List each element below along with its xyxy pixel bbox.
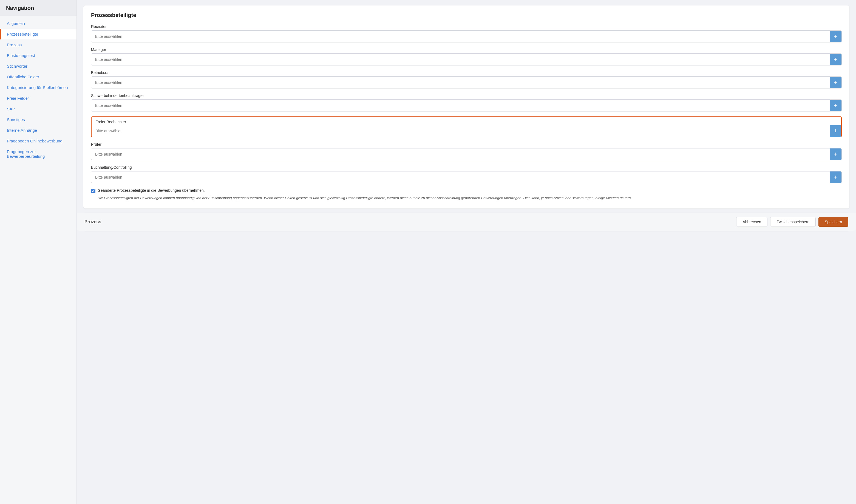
sidebar-item-allgemein[interactable]: Allgemein <box>0 18 76 29</box>
field-input-betriebsrat[interactable] <box>91 77 830 87</box>
field-add-btn-betriebsrat[interactable]: + <box>830 77 841 88</box>
field-input-buchhaltung-controlling[interactable] <box>91 172 830 182</box>
checkbox-label[interactable]: Geänderte Prozessbeteiligte in die Bewer… <box>98 188 205 193</box>
field-add-btn-recruiter[interactable]: + <box>830 31 841 42</box>
field-input-manager[interactable] <box>91 54 830 65</box>
sidebar-title: Navigation <box>0 0 76 16</box>
checkbox-row: Geänderte Prozessbeteiligte in die Bewer… <box>91 188 842 193</box>
field-row-recruiter: + <box>91 31 842 42</box>
bottom-bar-title: Prozess <box>84 219 101 224</box>
sidebar-item-stichwoerter[interactable]: Stichwörter <box>0 61 76 72</box>
sidebar-item-sonstiges[interactable]: Sonstiges <box>0 114 76 125</box>
field-add-btn-buchhaltung-controlling[interactable]: + <box>830 172 841 183</box>
field-label-manager: Manager <box>91 48 842 52</box>
bottom-bar-actions: Abbrechen Zwischenspeichern Speichern <box>736 217 848 227</box>
checkbox-description: Die Prozessbeteiligten der Bewerbungen k… <box>98 195 842 201</box>
sidebar-nav: AllgemeinProzessbeteiligteProzessEinstuf… <box>0 16 76 164</box>
sidebar-item-einstufungstest[interactable]: Einstufungstest <box>0 50 76 61</box>
field-row-pruefer: + <box>91 148 842 160</box>
field-group-recruiter: Recruiter+ <box>91 24 842 42</box>
field-label-freier-beobachter: Freier Beobachter <box>91 117 841 125</box>
sidebar-item-interne-anhaenge[interactable]: Interne Anhänge <box>0 125 76 136</box>
field-input-pruefer[interactable] <box>91 149 830 159</box>
checkbox-section: Geänderte Prozessbeteiligte in die Bewer… <box>91 188 842 201</box>
zwischenspeichern-button[interactable]: Zwischenspeichern <box>770 217 816 227</box>
sidebar-item-freie-felder[interactable]: Freie Felder <box>0 93 76 104</box>
sidebar-item-fragebogen-onlinebewerbung[interactable]: Fragebogen Onlinebewerbung <box>0 136 76 146</box>
field-add-btn-manager[interactable]: + <box>830 54 841 65</box>
field-input-recruiter[interactable] <box>91 32 830 41</box>
field-group-schwerbehindertenbeauftragte: Schwerbehindertenbeauftragte+ <box>91 93 842 111</box>
field-input-schwerbehindertenbeauftragte[interactable] <box>91 101 830 110</box>
field-group-buchhaltung-controlling: Buchhaltung/Controlling+ <box>91 165 842 183</box>
sidebar-item-sap[interactable]: SAP <box>0 104 76 114</box>
bottom-bar-card: Prozess Abbrechen Zwischenspeichern Spei… <box>83 213 850 231</box>
field-row-buchhaltung-controlling: + <box>91 171 842 183</box>
save-button[interactable]: Speichern <box>819 217 848 227</box>
field-label-betriebsrat: Betriebsrat <box>91 70 842 75</box>
fields-container: Recruiter+Manager+Betriebsrat+Schwerbehi… <box>91 24 842 183</box>
sidebar: Navigation AllgemeinProzessbeteiligtePro… <box>0 0 77 504</box>
card-title: Prozessbeteiligte <box>91 12 842 18</box>
field-label-schwerbehindertenbeauftragte: Schwerbehindertenbeauftragte <box>91 93 842 98</box>
sidebar-item-fragebogen-bewerberbeurteilung[interactable]: Fragebogen zur Bewerberbeurteilung <box>0 146 76 162</box>
field-label-recruiter: Recruiter <box>91 24 842 29</box>
field-add-btn-schwerbehindertenbeauftragte[interactable]: + <box>830 100 841 111</box>
field-row-freier-beobachter: + <box>91 125 841 137</box>
sidebar-item-prozess[interactable]: Prozess <box>0 39 76 50</box>
field-row-betriebsrat: + <box>91 76 842 89</box>
sidebar-item-oeffentliche-felder[interactable]: Öffentliche Felder <box>0 72 76 82</box>
field-input-freier-beobachter[interactable] <box>91 126 830 136</box>
field-group-pruefer: Prüfer+ <box>91 142 842 160</box>
prozess-checkbox[interactable] <box>91 189 96 193</box>
app-layout: Navigation AllgemeinProzessbeteiligtePro… <box>0 0 856 504</box>
field-highlighted-freier-beobachter: Freier Beobachter+ <box>91 116 842 137</box>
cancel-button[interactable]: Abbrechen <box>736 217 767 227</box>
prozessbeteiligte-card: Prozessbeteiligte Recruiter+Manager+Betr… <box>83 5 850 209</box>
field-label-pruefer: Prüfer <box>91 142 842 146</box>
field-group-manager: Manager+ <box>91 48 842 66</box>
field-add-btn-pruefer[interactable]: + <box>830 148 841 160</box>
main-content: Prozessbeteiligte Recruiter+Manager+Betr… <box>77 0 856 504</box>
field-row-schwerbehindertenbeauftragte: + <box>91 100 842 111</box>
sidebar-item-prozessbeteiligte[interactable]: Prozessbeteiligte <box>0 29 76 39</box>
bottom-bar: Prozess Abbrechen Zwischenspeichern Spei… <box>77 213 856 231</box>
field-row-manager: + <box>91 53 842 66</box>
sidebar-item-kategorisierung[interactable]: Kategorisierung für Stellenbörsen <box>0 82 76 93</box>
field-label-buchhaltung-controlling: Buchhaltung/Controlling <box>91 165 842 169</box>
field-group-betriebsrat: Betriebsrat+ <box>91 70 842 89</box>
field-add-btn-freier-beobachter[interactable]: + <box>830 125 841 137</box>
